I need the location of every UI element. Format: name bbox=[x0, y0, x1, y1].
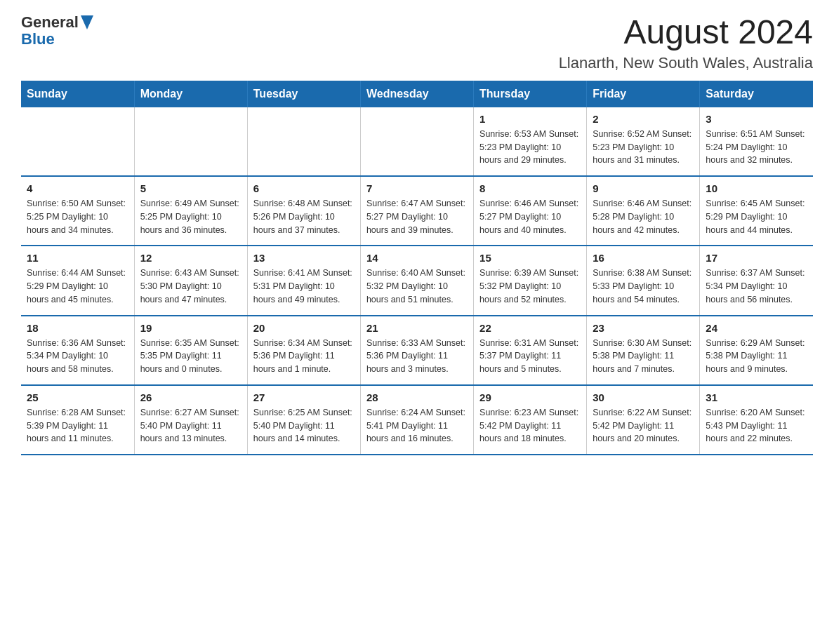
day-info: Sunrise: 6:27 AM Sunset: 5:40 PM Dayligh… bbox=[140, 406, 241, 445]
day-info: Sunrise: 6:31 AM Sunset: 5:37 PM Dayligh… bbox=[479, 337, 581, 376]
day-info: Sunrise: 6:47 AM Sunset: 5:27 PM Dayligh… bbox=[366, 197, 468, 236]
day-number: 13 bbox=[253, 252, 355, 264]
table-row: 1Sunrise: 6:53 AM Sunset: 5:23 PM Daylig… bbox=[474, 107, 587, 176]
table-row: 11Sunrise: 6:44 AM Sunset: 5:29 PM Dayli… bbox=[21, 246, 134, 315]
day-info: Sunrise: 6:33 AM Sunset: 5:36 PM Dayligh… bbox=[366, 337, 468, 376]
day-info: Sunrise: 6:29 AM Sunset: 5:38 PM Dayligh… bbox=[706, 337, 807, 376]
table-row: 20Sunrise: 6:34 AM Sunset: 5:36 PM Dayli… bbox=[247, 316, 360, 385]
day-info: Sunrise: 6:49 AM Sunset: 5:25 PM Dayligh… bbox=[140, 197, 241, 236]
day-number: 22 bbox=[479, 322, 581, 334]
day-number: 3 bbox=[706, 113, 807, 125]
calendar-week-row: 11Sunrise: 6:44 AM Sunset: 5:29 PM Dayli… bbox=[21, 246, 813, 315]
day-info: Sunrise: 6:46 AM Sunset: 5:27 PM Dayligh… bbox=[479, 197, 581, 236]
day-number: 14 bbox=[366, 252, 468, 264]
table-row: 29Sunrise: 6:23 AM Sunset: 5:42 PM Dayli… bbox=[474, 385, 587, 455]
day-info: Sunrise: 6:50 AM Sunset: 5:25 PM Dayligh… bbox=[27, 197, 128, 236]
table-row: 30Sunrise: 6:22 AM Sunset: 5:42 PM Dayli… bbox=[587, 385, 700, 455]
day-info: Sunrise: 6:46 AM Sunset: 5:28 PM Dayligh… bbox=[593, 197, 694, 236]
day-number: 24 bbox=[706, 322, 807, 334]
header-saturday: Saturday bbox=[700, 81, 813, 107]
day-info: Sunrise: 6:24 AM Sunset: 5:41 PM Dayligh… bbox=[366, 406, 468, 445]
day-number: 23 bbox=[593, 322, 694, 334]
table-row bbox=[360, 107, 473, 176]
table-row: 24Sunrise: 6:29 AM Sunset: 5:38 PM Dayli… bbox=[700, 316, 813, 385]
day-info: Sunrise: 6:34 AM Sunset: 5:36 PM Dayligh… bbox=[253, 337, 355, 376]
day-number: 26 bbox=[140, 391, 241, 403]
logo: General Blue bbox=[21, 14, 93, 48]
day-number: 27 bbox=[253, 391, 355, 403]
day-number: 17 bbox=[706, 252, 807, 264]
header-wednesday: Wednesday bbox=[360, 81, 473, 107]
day-info: Sunrise: 6:36 AM Sunset: 5:34 PM Dayligh… bbox=[27, 337, 128, 376]
table-row: 14Sunrise: 6:40 AM Sunset: 5:32 PM Dayli… bbox=[360, 246, 473, 315]
month-year-title: August 2024 bbox=[559, 14, 813, 51]
day-info: Sunrise: 6:23 AM Sunset: 5:42 PM Dayligh… bbox=[479, 406, 581, 445]
day-info: Sunrise: 6:22 AM Sunset: 5:42 PM Dayligh… bbox=[593, 406, 694, 445]
day-info: Sunrise: 6:20 AM Sunset: 5:43 PM Dayligh… bbox=[706, 406, 807, 445]
calendar-table: Sunday Monday Tuesday Wednesday Thursday… bbox=[21, 81, 813, 455]
day-number: 15 bbox=[479, 252, 581, 264]
day-number: 12 bbox=[140, 252, 241, 264]
table-row: 7Sunrise: 6:47 AM Sunset: 5:27 PM Daylig… bbox=[360, 176, 473, 246]
table-row: 8Sunrise: 6:46 AM Sunset: 5:27 PM Daylig… bbox=[474, 176, 587, 246]
day-info: Sunrise: 6:28 AM Sunset: 5:39 PM Dayligh… bbox=[27, 406, 128, 445]
table-row: 13Sunrise: 6:41 AM Sunset: 5:31 PM Dayli… bbox=[247, 246, 360, 315]
day-number: 31 bbox=[706, 391, 807, 403]
calendar-week-row: 25Sunrise: 6:28 AM Sunset: 5:39 PM Dayli… bbox=[21, 385, 813, 455]
table-row: 15Sunrise: 6:39 AM Sunset: 5:32 PM Dayli… bbox=[474, 246, 587, 315]
day-number: 4 bbox=[27, 182, 128, 194]
table-row: 23Sunrise: 6:30 AM Sunset: 5:38 PM Dayli… bbox=[587, 316, 700, 385]
day-number: 30 bbox=[593, 391, 694, 403]
day-number: 16 bbox=[593, 252, 694, 264]
logo-blue-text: Blue bbox=[21, 31, 93, 48]
table-row: 6Sunrise: 6:48 AM Sunset: 5:26 PM Daylig… bbox=[247, 176, 360, 246]
header-tuesday: Tuesday bbox=[247, 81, 360, 107]
day-number: 8 bbox=[479, 182, 581, 194]
day-info: Sunrise: 6:43 AM Sunset: 5:30 PM Dayligh… bbox=[140, 267, 241, 306]
day-info: Sunrise: 6:35 AM Sunset: 5:35 PM Dayligh… bbox=[140, 337, 241, 376]
page-header: General Blue August 2024 Llanarth, New S… bbox=[21, 14, 813, 72]
day-info: Sunrise: 6:45 AM Sunset: 5:29 PM Dayligh… bbox=[706, 197, 807, 236]
day-number: 6 bbox=[253, 182, 355, 194]
day-info: Sunrise: 6:48 AM Sunset: 5:26 PM Dayligh… bbox=[253, 197, 355, 236]
table-row: 19Sunrise: 6:35 AM Sunset: 5:35 PM Dayli… bbox=[134, 316, 247, 385]
table-row: 17Sunrise: 6:37 AM Sunset: 5:34 PM Dayli… bbox=[700, 246, 813, 315]
day-number: 21 bbox=[366, 322, 468, 334]
day-number: 11 bbox=[27, 252, 128, 264]
header-monday: Monday bbox=[134, 81, 247, 107]
table-row: 4Sunrise: 6:50 AM Sunset: 5:25 PM Daylig… bbox=[21, 176, 134, 246]
day-info: Sunrise: 6:40 AM Sunset: 5:32 PM Dayligh… bbox=[366, 267, 468, 306]
table-row: 12Sunrise: 6:43 AM Sunset: 5:30 PM Dayli… bbox=[134, 246, 247, 315]
day-number: 1 bbox=[479, 113, 581, 125]
table-row: 22Sunrise: 6:31 AM Sunset: 5:37 PM Dayli… bbox=[474, 316, 587, 385]
calendar-header-row: Sunday Monday Tuesday Wednesday Thursday… bbox=[21, 81, 813, 107]
day-number: 25 bbox=[27, 391, 128, 403]
header-sunday: Sunday bbox=[21, 81, 134, 107]
day-info: Sunrise: 6:52 AM Sunset: 5:23 PM Dayligh… bbox=[593, 128, 694, 167]
title-block: August 2024 Llanarth, New South Wales, A… bbox=[559, 14, 813, 72]
header-thursday: Thursday bbox=[474, 81, 587, 107]
day-number: 2 bbox=[593, 113, 694, 125]
day-number: 20 bbox=[253, 322, 355, 334]
table-row bbox=[21, 107, 134, 176]
day-info: Sunrise: 6:38 AM Sunset: 5:33 PM Dayligh… bbox=[593, 267, 694, 306]
table-row: 5Sunrise: 6:49 AM Sunset: 5:25 PM Daylig… bbox=[134, 176, 247, 246]
table-row: 9Sunrise: 6:46 AM Sunset: 5:28 PM Daylig… bbox=[587, 176, 700, 246]
day-info: Sunrise: 6:41 AM Sunset: 5:31 PM Dayligh… bbox=[253, 267, 355, 306]
day-info: Sunrise: 6:25 AM Sunset: 5:40 PM Dayligh… bbox=[253, 406, 355, 445]
day-number: 29 bbox=[479, 391, 581, 403]
table-row: 26Sunrise: 6:27 AM Sunset: 5:40 PM Dayli… bbox=[134, 385, 247, 455]
day-info: Sunrise: 6:37 AM Sunset: 5:34 PM Dayligh… bbox=[706, 267, 807, 306]
table-row: 31Sunrise: 6:20 AM Sunset: 5:43 PM Dayli… bbox=[700, 385, 813, 455]
table-row: 16Sunrise: 6:38 AM Sunset: 5:33 PM Dayli… bbox=[587, 246, 700, 315]
logo-arrow-icon bbox=[81, 15, 93, 29]
day-number: 9 bbox=[593, 182, 694, 194]
day-info: Sunrise: 6:30 AM Sunset: 5:38 PM Dayligh… bbox=[593, 337, 694, 376]
table-row bbox=[134, 107, 247, 176]
day-info: Sunrise: 6:44 AM Sunset: 5:29 PM Dayligh… bbox=[27, 267, 128, 306]
logo-general-text: General bbox=[21, 14, 79, 31]
day-number: 7 bbox=[366, 182, 468, 194]
table-row: 2Sunrise: 6:52 AM Sunset: 5:23 PM Daylig… bbox=[587, 107, 700, 176]
calendar-week-row: 18Sunrise: 6:36 AM Sunset: 5:34 PM Dayli… bbox=[21, 316, 813, 385]
day-info: Sunrise: 6:53 AM Sunset: 5:23 PM Dayligh… bbox=[479, 128, 581, 167]
